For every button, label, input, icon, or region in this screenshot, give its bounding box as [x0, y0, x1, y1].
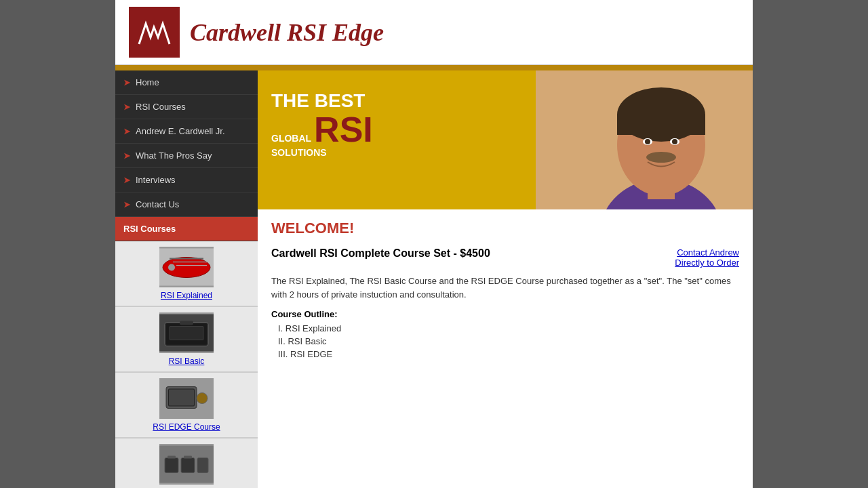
- contact-andrew-link[interactable]: Contact Andrew Directly to Order: [675, 247, 739, 268]
- nav-arrow-andrew: ➤: [123, 127, 130, 136]
- svg-rect-21: [167, 456, 176, 459]
- nav-arrow-home: ➤: [123, 78, 130, 87]
- svg-point-29: [646, 152, 676, 163]
- sidebar-item-interviews-label: Interviews: [136, 175, 176, 185]
- logo-box: [129, 7, 180, 58]
- sidebar-course-rsi-basic[interactable]: RSI Basic: [115, 307, 258, 373]
- sidebar-course-rsi-explained-label[interactable]: RSI Explained: [161, 291, 212, 300]
- sidebar-course-complete-set[interactable]: Cardwell RSI Complete Course Set: [115, 439, 258, 488]
- outline-item-1: I. RSI Explained: [278, 323, 739, 333]
- svg-rect-22: [184, 456, 192, 459]
- course-img-rsi-edge: [159, 378, 214, 419]
- sidebar-course-rsi-edge-label[interactable]: RSI EDGE Course: [153, 422, 220, 432]
- hero-the-best: THE BEST: [271, 91, 373, 112]
- nav-arrow-pros: ➤: [123, 151, 130, 161]
- nav-arrow-rsi-courses: ➤: [123, 102, 130, 112]
- svg-rect-19: [181, 458, 195, 473]
- sidebar-course-rsi-explained[interactable]: RSI Explained: [115, 241, 258, 307]
- sidebar-item-andrew[interactable]: ➤ Andrew E. Cardwell Jr.: [115, 119, 258, 144]
- gold-divider: [115, 65, 753, 70]
- sidebar-item-contact-label: Contact Us: [136, 199, 179, 209]
- person-svg: [536, 70, 753, 209]
- sidebar-course-rsi-basic-label[interactable]: RSI Basic: [169, 357, 205, 366]
- svg-point-15: [197, 393, 208, 404]
- welcome-section: WELCOME! Cardwell RSI Complete Course Se…: [258, 209, 753, 372]
- sidebar-item-pros-label: What The Pros Say: [136, 150, 212, 161]
- sidebar-active-section-label: RSI Courses: [123, 224, 176, 234]
- sidebar-item-pros[interactable]: ➤ What The Pros Say: [115, 144, 258, 168]
- sidebar-item-home-label: Home: [136, 77, 159, 87]
- svg-rect-10: [180, 321, 193, 325]
- svg-rect-20: [197, 458, 208, 473]
- main-content: THE BEST GLOBAL RSI SOLUTIONS: [258, 70, 753, 488]
- sidebar-course-rsi-edge[interactable]: RSI EDGE Course: [115, 373, 258, 439]
- course-header: Cardwell RSI Complete Course Set - $4500…: [271, 247, 739, 268]
- sidebar-item-home[interactable]: ➤ Home: [115, 70, 258, 95]
- hero-banner: THE BEST GLOBAL RSI SOLUTIONS: [258, 70, 753, 209]
- course-img-rsi-explained: [159, 247, 214, 287]
- contact-andrew-line2: Directly to Order: [675, 258, 739, 268]
- site-title: Cardwell RSI Edge: [190, 18, 384, 47]
- course-img-batteries-svg: [159, 444, 214, 485]
- sidebar-item-rsi-courses[interactable]: ➤ RSI Courses: [115, 95, 258, 119]
- sidebar-item-interviews[interactable]: ➤ Interviews: [115, 168, 258, 192]
- hero-text-box: THE BEST GLOBAL RSI SOLUTIONS: [271, 91, 373, 158]
- contact-andrew-line1: Contact Andrew: [677, 247, 739, 258]
- course-img-rsi-basic: [159, 312, 214, 353]
- hero-person-image: [536, 70, 753, 209]
- svg-rect-28: [617, 115, 705, 135]
- welcome-title: WELCOME!: [271, 220, 739, 237]
- site-header: Cardwell RSI Edge: [115, 0, 753, 65]
- content-area: ➤ Home ➤ RSI Courses ➤ Andrew E. Cardwel…: [115, 70, 753, 488]
- sidebar-item-rsi-courses-label: RSI Courses: [136, 102, 186, 112]
- sidebar-item-andrew-label: Andrew E. Cardwell Jr.: [136, 126, 225, 136]
- sidebar-item-contact[interactable]: ➤ Contact Us: [115, 192, 258, 217]
- svg-rect-11: [170, 327, 203, 340]
- course-img-device-svg: [159, 378, 214, 419]
- svg-point-6: [168, 264, 175, 271]
- course-title: Cardwell RSI Complete Course Set - $4500: [271, 247, 490, 260]
- course-img-knife-svg: [159, 247, 214, 287]
- outline-item-2: II. RSI Basic: [278, 336, 739, 346]
- hero-rsi: RSI: [314, 112, 373, 147]
- course-outline-label: Course Outline:: [271, 309, 739, 319]
- course-img-complete-set: [159, 444, 214, 485]
- svg-point-32: [645, 139, 650, 144]
- svg-point-33: [672, 139, 677, 144]
- sidebar-active-section[interactable]: RSI Courses: [115, 217, 258, 241]
- nav-arrow-interviews: ➤: [123, 176, 130, 185]
- logo-icon: [136, 14, 173, 51]
- outline-item-3: III. RSI EDGE: [278, 349, 739, 359]
- course-img-case-svg: [159, 312, 214, 353]
- hero-global: GLOBAL: [271, 133, 311, 144]
- nav-arrow-contact: ➤: [123, 200, 130, 209]
- svg-rect-16: [169, 390, 194, 406]
- svg-rect-0: [136, 14, 173, 51]
- sidebar: ➤ Home ➤ RSI Courses ➤ Andrew E. Cardwel…: [115, 70, 258, 488]
- svg-rect-18: [165, 458, 178, 473]
- course-description: The RSI Explained, The RSI Basic Course …: [271, 274, 739, 301]
- page-wrapper: Cardwell RSI Edge ➤ Home ➤ RSI Courses ➤…: [115, 0, 753, 488]
